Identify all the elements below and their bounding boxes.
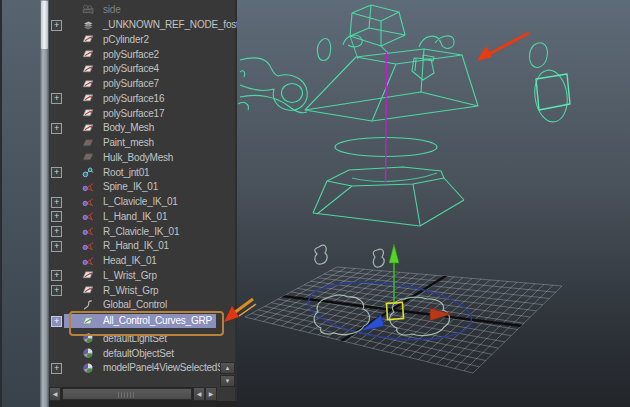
- outliner-item-label: R_Wrist_Grp: [103, 285, 158, 296]
- expand-toggle-icon[interactable]: +: [51, 270, 62, 281]
- expand-toggle-icon[interactable]: +: [51, 20, 62, 31]
- outliner-row[interactable]: +L_Wrist_Grp: [49, 268, 237, 283]
- outliner-row[interactable]: Hulk_BodyMesh: [49, 150, 237, 165]
- outliner-item-label: polySurface4: [103, 63, 159, 74]
- ik-handle-icon: [82, 196, 94, 208]
- outliner-item-label: R_Clavicle_IK_01: [103, 226, 179, 237]
- mesh-icon: [82, 269, 94, 281]
- outliner-row[interactable]: Spine_IK_01: [49, 180, 237, 195]
- mesh-gray-icon: [82, 151, 94, 163]
- outliner-row[interactable]: Paint_mesh: [49, 136, 237, 151]
- mesh-icon: [82, 107, 94, 119]
- horizontal-scrollbar: ◀ ◀ ▶: [49, 387, 217, 401]
- ik-handle-icon: [82, 255, 94, 267]
- joint-icon: [82, 166, 94, 178]
- outliner-panel: frontside+_UNKNOWN_REF_NODE_fosterPpCyli…: [49, 0, 238, 407]
- outliner-item-label: _UNKNOWN_REF_NODE_fosterP: [103, 19, 238, 30]
- expand-toggle-icon[interactable]: +: [51, 211, 62, 222]
- ik-handle-icon: [82, 181, 94, 193]
- mesh-icon: [82, 92, 94, 104]
- outliner-item-label: side: [103, 4, 121, 15]
- expand-toggle-icon[interactable]: +: [51, 316, 62, 327]
- outliner-row[interactable]: +Body_Mesh: [49, 121, 237, 136]
- outliner-item-label: Paint_mesh: [103, 137, 154, 148]
- outliner-row[interactable]: +L_Clavicle_IK_01: [49, 195, 237, 210]
- object-set-icon: [82, 362, 94, 374]
- outliner-row[interactable]: defaultObjectSet: [49, 346, 237, 361]
- outliner-row[interactable]: side: [49, 3, 237, 18]
- left-viewport-edge[interactable]: [0, 0, 40, 407]
- outliner-row[interactable]: +_UNKNOWN_REF_NODE_fosterP: [49, 18, 237, 33]
- outliner-row[interactable]: pCylinder2: [49, 32, 237, 47]
- outliner-item-label: defaultObjectSet: [103, 348, 174, 359]
- outliner-row[interactable]: +R_Clavicle_IK_01: [49, 224, 237, 239]
- vertical-scroll-buttons: ▲ ▼: [220, 362, 235, 388]
- scrollbar-thumb[interactable]: [41, 1, 48, 49]
- ik-handle-icon: [82, 240, 94, 252]
- expand-toggle-icon[interactable]: +: [51, 93, 62, 104]
- curve-icon: [82, 299, 94, 311]
- outliner-item-label: pCylinder2: [103, 34, 149, 45]
- reference-icon: [82, 19, 94, 31]
- outliner-item-label: Hulk_BodyMesh: [103, 152, 173, 163]
- expand-toggle-icon[interactable]: +: [51, 241, 62, 252]
- outliner-item-label: Global_Control: [103, 299, 167, 310]
- outliner-row[interactable]: Head_IK_01: [49, 254, 237, 269]
- outliner-row[interactable]: polySurface4: [49, 62, 237, 77]
- outliner-row[interactable]: polySurface7: [49, 77, 237, 92]
- outliner-row[interactable]: +R_Hand_IK_01: [49, 239, 237, 254]
- expand-toggle-icon[interactable]: +: [51, 197, 62, 208]
- outliner-item-label: modelPanel4ViewSelectedSet: [103, 362, 232, 373]
- scroll-left-button-2[interactable]: ◀: [193, 387, 205, 401]
- expand-toggle-icon[interactable]: +: [51, 167, 62, 178]
- outliner-item-label: polySurface7: [103, 78, 159, 89]
- annotation-highlight-box: [69, 311, 224, 336]
- mesh-gray-icon: [82, 137, 94, 149]
- outliner-item-label: Root_jnt01: [103, 167, 149, 178]
- outliner-vertical-scrollbar[interactable]: [40, 0, 49, 407]
- horizontal-scroll-track[interactable]: [61, 387, 193, 401]
- scroll-right-button[interactable]: ▶: [205, 387, 217, 401]
- ik-handle-icon: [82, 225, 94, 237]
- outliner-item-label: Head_IK_01: [103, 255, 157, 266]
- outliner-row[interactable]: +L_Hand_IK_01: [49, 209, 237, 224]
- outliner-item-label: R_Hand_IK_01: [103, 240, 169, 251]
- mesh-icon: [82, 48, 94, 60]
- scroll-down-button[interactable]: ▼: [220, 375, 235, 387]
- scroll-up-button[interactable]: ▲: [220, 362, 235, 374]
- expand-toggle-icon[interactable]: +: [51, 123, 62, 134]
- outliner-item-label: polySurface17: [103, 108, 164, 119]
- mesh-icon: [82, 63, 94, 75]
- mesh-icon: [82, 284, 94, 296]
- outliner-item-label: Body_Mesh: [103, 122, 154, 133]
- expand-toggle-icon[interactable]: +: [51, 226, 62, 237]
- object-set-icon: [82, 347, 94, 359]
- expand-toggle-icon[interactable]: +: [51, 285, 62, 296]
- camera-icon: [82, 4, 94, 16]
- outliner-item-label: L_Wrist_Grp: [103, 270, 157, 281]
- ik-handle-icon: [82, 210, 94, 222]
- mesh-icon: [82, 33, 94, 45]
- outliner-item-label: Spine_IK_01: [103, 181, 158, 192]
- outliner-row[interactable]: polySurface2: [49, 47, 237, 62]
- panel-bottom-edge: [49, 401, 237, 407]
- outliner-item-label: front: [103, 0, 122, 1]
- horizontal-scroll-thumb[interactable]: [63, 389, 191, 399]
- mesh-icon: [82, 122, 94, 134]
- outliner-item-label: L_Clavicle_IK_01: [103, 196, 178, 207]
- perspective-viewport[interactable]: [237, 0, 630, 407]
- expand-toggle-icon[interactable]: +: [51, 363, 62, 374]
- outliner-row[interactable]: +Root_jnt01: [49, 165, 237, 180]
- outliner-row[interactable]: +modelPanel4ViewSelectedSet: [49, 361, 237, 376]
- outliner-row[interactable]: +R_Wrist_Grp: [49, 283, 237, 298]
- maya-window: frontside+_UNKNOWN_REF_NODE_fosterPpCyli…: [0, 0, 630, 407]
- outliner-item-label: polySurface16: [103, 93, 164, 104]
- outliner-item-label: polySurface2: [103, 49, 159, 60]
- scroll-grip-icon: [118, 392, 136, 398]
- outliner-item-label: L_Hand_IK_01: [103, 211, 167, 222]
- mesh-icon: [82, 78, 94, 90]
- scroll-left-button[interactable]: ◀: [49, 387, 61, 401]
- outliner-row[interactable]: +polySurface16: [49, 91, 237, 106]
- outliner-row[interactable]: polySurface17: [49, 106, 237, 121]
- camera-icon: [82, 0, 94, 1]
